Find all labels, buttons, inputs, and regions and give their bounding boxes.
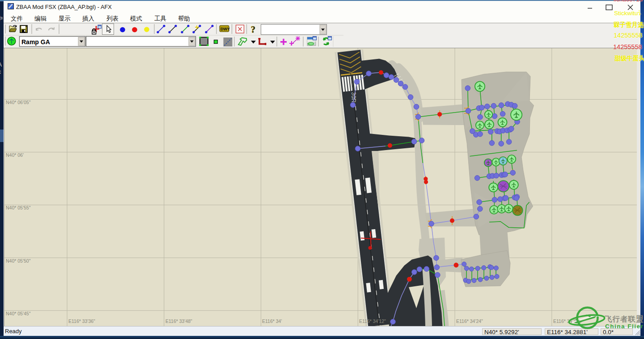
svg-text:E116* 34'24": E116* 34'24"	[456, 318, 483, 324]
svg-text:E116* 33'48": E116* 33'48"	[165, 318, 192, 324]
svg-text:E116* 33'36": E116* 33'36"	[68, 318, 95, 324]
svg-text:N40* 05'55": N40* 05'55"	[6, 205, 31, 210]
svg-text:N40* 05'45": N40* 05'45"	[6, 311, 31, 316]
svg-text:China Flier: China Flier	[605, 323, 644, 330]
svg-text:N40* 06': N40* 06'	[6, 152, 24, 158]
svg-text:N40* 05'50": N40* 05'50"	[6, 258, 31, 264]
svg-text:飞行者联盟: 飞行者联盟	[604, 315, 644, 323]
svg-text:E116* 34'12": E116* 34'12"	[359, 318, 386, 324]
svg-text:Ramp GA: Ramp GA	[21, 38, 50, 46]
svg-text:DWY: DWY	[220, 27, 230, 31]
svg-text:N40* 06'05": N40* 06'05"	[6, 100, 31, 105]
svg-text:?: ?	[251, 25, 255, 34]
svg-text:E116* 34': E116* 34'	[262, 318, 282, 324]
